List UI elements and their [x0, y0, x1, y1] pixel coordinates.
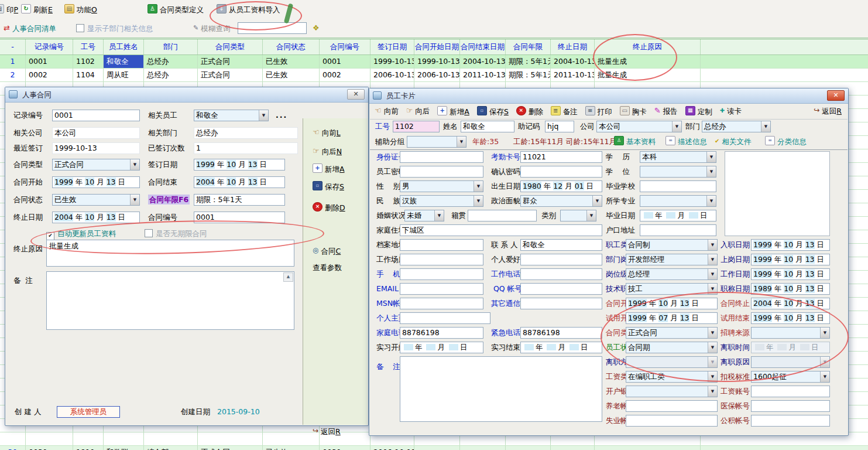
contract-type-define-button[interactable]: ♙合同类型定义 — [147, 4, 204, 16]
contract-dialog-titlebar[interactable]: 人事合同 ✕ — [5, 87, 368, 103]
chevron-down-icon[interactable]: ▼ — [672, 121, 681, 132]
related-employee-select[interactable]: 和敬全▼ — [194, 110, 269, 121]
graduate-school-field[interactable] — [640, 180, 716, 192]
staff-category-select[interactable]: 合同制▼ — [626, 239, 718, 251]
title-date-field[interactable]: 1989 年 10 月 13 日 — [751, 283, 830, 295]
contract-start-field[interactable]: 1999 年 10 月 13 日 — [52, 176, 140, 188]
print-button[interactable]: ▤印P — [0, 4, 18, 16]
fuzzy-query-input[interactable] — [238, 22, 307, 34]
chevron-down-icon[interactable]: ▼ — [130, 159, 139, 170]
chevron-down-icon[interactable]: ▼ — [706, 196, 716, 206]
chevron-down-icon[interactable]: ▼ — [708, 386, 717, 397]
column-header[interactable]: 终止原因 — [595, 39, 701, 54]
column-header[interactable]: 工号 — [73, 39, 104, 54]
column-header[interactable]: 记录编号 — [26, 39, 73, 54]
contract-category-select[interactable]: 正式合同▼ — [626, 327, 718, 339]
education-select[interactable]: 本科▼ — [640, 151, 716, 163]
function-button[interactable]: ▤功能O — [64, 4, 97, 16]
column-header[interactable]: 合同编号 — [320, 39, 370, 54]
chevron-down-icon[interactable]: ▼ — [259, 110, 268, 121]
record-no-field[interactable]: 0001 — [52, 110, 140, 121]
tax-standard-select[interactable]: 1600起征▼ — [751, 371, 830, 383]
registered-address-field[interactable] — [640, 224, 716, 236]
medical-account-field[interactable] — [751, 400, 830, 412]
aux-group-select[interactable]: ▼ — [407, 136, 466, 148]
ec-contract-start-field[interactable]: 1999 年 10 月 13 日 — [626, 298, 718, 309]
fund-account-field[interactable] — [751, 415, 830, 427]
chevron-down-icon[interactable]: ▼ — [708, 240, 717, 250]
no-term-checkbox[interactable]: 是否无期限合同 — [145, 227, 207, 241]
probation-end-field[interactable]: 1999 年 10 月 13 日 — [751, 312, 830, 324]
recruit-source-select[interactable]: ▼ — [751, 327, 830, 339]
table-row[interactable]: 100011102和敬全总经办正式合同已生效00011999-10-131999… — [0, 55, 868, 69]
column-header[interactable]: 合同年限 — [506, 39, 551, 54]
department-select[interactable]: 总经办▼ — [702, 121, 771, 132]
contract-end-field[interactable]: 2004 年 10 月 13 日 — [194, 176, 285, 188]
contract-term-field[interactable]: 期限：5年1天 — [194, 194, 285, 206]
column-header[interactable]: 部门 — [144, 39, 198, 54]
dept-position-select[interactable]: 开发部经理▼ — [626, 254, 718, 265]
auto-update-checkbox[interactable]: ✔自动更新员工资料 — [46, 227, 116, 241]
contract-no-field[interactable]: 0001 — [194, 212, 285, 223]
major-select[interactable]: ▼ — [640, 195, 716, 207]
onboard-date-field[interactable]: 1999 年 10 月 13 日 — [751, 254, 830, 265]
chevron-down-icon[interactable]: ▼ — [708, 328, 717, 338]
emp-no-field[interactable]: 1102 — [393, 121, 440, 132]
chevron-down-icon[interactable]: ▼ — [708, 284, 717, 294]
chevron-down-icon[interactable]: ▼ — [820, 371, 829, 382]
chevron-down-icon[interactable]: ▼ — [708, 269, 717, 279]
unemployment-account-field[interactable] — [626, 415, 718, 427]
view-params-button[interactable]: 查看参数 — [313, 262, 342, 274]
tech-title-select[interactable]: 技工▼ — [626, 283, 718, 295]
related-employee-more-button[interactable]: ... — [276, 111, 287, 120]
mnemonic-field[interactable]: hjq — [545, 121, 574, 132]
salary-category-select[interactable]: 在编职工类▼ — [626, 371, 718, 383]
sign-date-field[interactable]: 1999 年 10 月 13 日 — [194, 159, 285, 171]
chevron-down-icon[interactable]: ▼ — [761, 121, 770, 132]
close-icon[interactable]: ✕ — [347, 89, 365, 100]
column-header[interactable]: 合同类型 — [198, 39, 263, 54]
tab-basic-info[interactable]: ♙基本资料 — [614, 135, 656, 149]
tab-description-info[interactable]: ≡描述信息 — [665, 135, 707, 149]
table-row[interactable]: 200021104周从旺总经办正式合同已生效00022006-10-132006… — [0, 69, 868, 82]
termination-date-field[interactable]: 2004 年 10 月 13 日 — [52, 212, 140, 223]
bank-select[interactable]: ▼ — [626, 386, 718, 397]
column-header[interactable]: 员工姓名 — [104, 39, 144, 54]
ec-contract-end-field[interactable]: 2004 年 10 月 13 日 — [751, 298, 830, 309]
probation-start-field[interactable]: 1999 年 07 月 13 日 — [626, 312, 718, 324]
join-date-field[interactable]: 1999 年 10 月 13 日 — [751, 239, 830, 251]
chevron-down-icon[interactable]: ▼ — [708, 254, 717, 265]
chevron-down-icon[interactable]: ▼ — [706, 152, 716, 162]
creator-value[interactable]: 系统管理员 — [57, 406, 120, 418]
search-go-icon[interactable]: ❖ — [313, 23, 322, 35]
table-row[interactable]: 3000301810和学聪综合部正式合同已生效00302006-10-13 — [0, 446, 868, 450]
return-button[interactable]: ↪返回R — [313, 426, 341, 438]
graduation-date-field[interactable]: 年 月 日 — [640, 210, 716, 221]
chevron-down-icon[interactable]: ▼ — [708, 342, 717, 353]
column-header[interactable]: 合同结束日期 — [460, 39, 506, 54]
column-header[interactable]: 签订日期 — [370, 39, 414, 54]
contract-status-select[interactable]: 已生效▼ — [52, 194, 140, 206]
column-header[interactable]: - — [0, 39, 26, 54]
chevron-down-icon[interactable]: ▼ — [457, 137, 466, 147]
refresh-button[interactable]: ↻刷新E — [21, 4, 53, 16]
chevron-down-icon[interactable]: ▼ — [820, 328, 829, 338]
show-sub-dept-checkbox[interactable]: 显示子部门相关信息 — [76, 23, 153, 35]
remark-textarea[interactable]: ▲ — [46, 271, 294, 330]
chevron-down-icon[interactable]: ▼ — [130, 195, 139, 205]
import-from-employee-button[interactable]: ⇓从员工资料导入 — [217, 4, 280, 16]
chevron-down-icon[interactable]: ▼ — [708, 371, 717, 382]
work-date-field[interactable]: 1999 年 10 月 13 日 — [751, 268, 830, 280]
column-header[interactable]: 终止日期 — [551, 39, 595, 54]
salary-account-field[interactable] — [751, 386, 830, 397]
column-header[interactable] — [701, 39, 868, 54]
fuzzy-query-label[interactable]: ✎模糊查询 — [193, 23, 230, 35]
column-header[interactable]: 合同状态 — [263, 39, 320, 54]
employee-status-select[interactable]: 合同期▼ — [626, 342, 718, 353]
contract-type-select[interactable]: 正式合同▼ — [52, 159, 140, 171]
emp-name-field[interactable]: 和敬全 — [461, 121, 514, 132]
scroll-up-icon[interactable]: ▲ — [283, 272, 293, 282]
position-level-select[interactable]: 总经理▼ — [626, 268, 718, 280]
pension-account-field[interactable] — [626, 400, 718, 412]
column-header[interactable]: 合同开始日期 — [414, 39, 460, 54]
